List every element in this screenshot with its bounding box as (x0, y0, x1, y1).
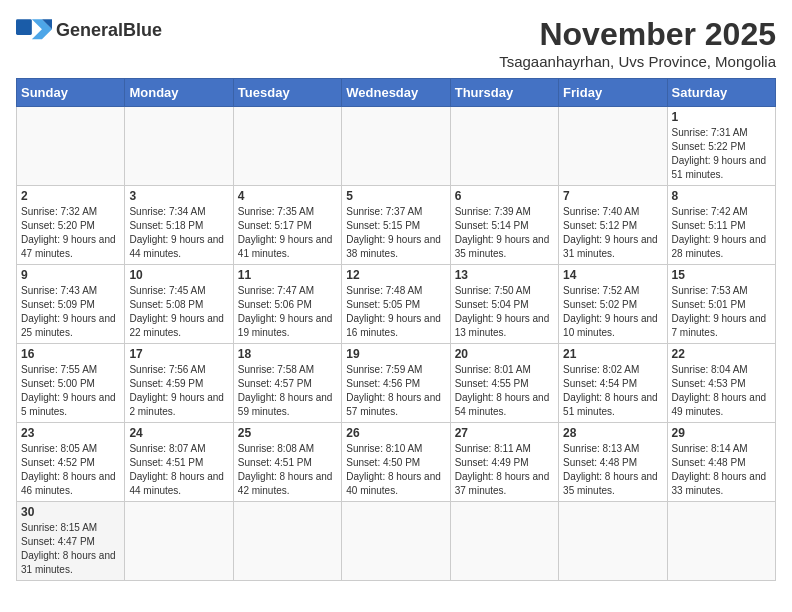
calendar-day-cell (342, 502, 450, 581)
weekday-header-thursday: Thursday (450, 79, 558, 107)
calendar-day-cell: 17Sunrise: 7:56 AM Sunset: 4:59 PM Dayli… (125, 344, 233, 423)
day-info: Sunrise: 7:59 AM Sunset: 4:56 PM Dayligh… (346, 363, 445, 419)
weekday-header-row: SundayMondayTuesdayWednesdayThursdayFrid… (17, 79, 776, 107)
day-number: 8 (672, 189, 771, 203)
calendar-day-cell: 13Sunrise: 7:50 AM Sunset: 5:04 PM Dayli… (450, 265, 558, 344)
calendar-day-cell (667, 502, 775, 581)
title-block: November 2025 Tsagaanhayrhan, Uvs Provin… (499, 16, 776, 70)
day-number: 22 (672, 347, 771, 361)
day-info: Sunrise: 8:15 AM Sunset: 4:47 PM Dayligh… (21, 521, 120, 577)
day-number: 7 (563, 189, 662, 203)
day-number: 1 (672, 110, 771, 124)
day-number: 5 (346, 189, 445, 203)
day-number: 4 (238, 189, 337, 203)
day-info: Sunrise: 7:53 AM Sunset: 5:01 PM Dayligh… (672, 284, 771, 340)
weekday-header-sunday: Sunday (17, 79, 125, 107)
calendar-day-cell: 25Sunrise: 8:08 AM Sunset: 4:51 PM Dayli… (233, 423, 341, 502)
day-info: Sunrise: 7:42 AM Sunset: 5:11 PM Dayligh… (672, 205, 771, 261)
day-number: 21 (563, 347, 662, 361)
day-number: 19 (346, 347, 445, 361)
calendar-week-row: 2Sunrise: 7:32 AM Sunset: 5:20 PM Daylig… (17, 186, 776, 265)
calendar-day-cell: 10Sunrise: 7:45 AM Sunset: 5:08 PM Dayli… (125, 265, 233, 344)
calendar-day-cell: 28Sunrise: 8:13 AM Sunset: 4:48 PM Dayli… (559, 423, 667, 502)
calendar-day-cell: 16Sunrise: 7:55 AM Sunset: 5:00 PM Dayli… (17, 344, 125, 423)
calendar-day-cell (559, 107, 667, 186)
month-title: November 2025 (499, 16, 776, 53)
calendar-day-cell: 1Sunrise: 7:31 AM Sunset: 5:22 PM Daylig… (667, 107, 775, 186)
day-number: 2 (21, 189, 120, 203)
calendar-day-cell: 22Sunrise: 8:04 AM Sunset: 4:53 PM Dayli… (667, 344, 775, 423)
day-number: 26 (346, 426, 445, 440)
day-number: 16 (21, 347, 120, 361)
logo-text: GeneralBlue (56, 20, 162, 41)
day-number: 30 (21, 505, 120, 519)
day-number: 13 (455, 268, 554, 282)
calendar-day-cell: 15Sunrise: 7:53 AM Sunset: 5:01 PM Dayli… (667, 265, 775, 344)
calendar-day-cell: 7Sunrise: 7:40 AM Sunset: 5:12 PM Daylig… (559, 186, 667, 265)
day-number: 15 (672, 268, 771, 282)
weekday-header-monday: Monday (125, 79, 233, 107)
calendar-day-cell: 27Sunrise: 8:11 AM Sunset: 4:49 PM Dayli… (450, 423, 558, 502)
day-number: 23 (21, 426, 120, 440)
calendar-week-row: 16Sunrise: 7:55 AM Sunset: 5:00 PM Dayli… (17, 344, 776, 423)
day-number: 12 (346, 268, 445, 282)
calendar-day-cell: 4Sunrise: 7:35 AM Sunset: 5:17 PM Daylig… (233, 186, 341, 265)
calendar-day-cell: 9Sunrise: 7:43 AM Sunset: 5:09 PM Daylig… (17, 265, 125, 344)
calendar-day-cell: 20Sunrise: 8:01 AM Sunset: 4:55 PM Dayli… (450, 344, 558, 423)
day-number: 24 (129, 426, 228, 440)
calendar-day-cell (450, 502, 558, 581)
calendar-day-cell: 11Sunrise: 7:47 AM Sunset: 5:06 PM Dayli… (233, 265, 341, 344)
header: GeneralBlue November 2025 Tsagaanhayrhan… (16, 16, 776, 70)
calendar-day-cell (233, 502, 341, 581)
day-number: 18 (238, 347, 337, 361)
calendar-week-row: 30Sunrise: 8:15 AM Sunset: 4:47 PM Dayli… (17, 502, 776, 581)
day-info: Sunrise: 7:34 AM Sunset: 5:18 PM Dayligh… (129, 205, 228, 261)
calendar-day-cell (559, 502, 667, 581)
day-info: Sunrise: 7:35 AM Sunset: 5:17 PM Dayligh… (238, 205, 337, 261)
calendar-day-cell: 6Sunrise: 7:39 AM Sunset: 5:14 PM Daylig… (450, 186, 558, 265)
calendar-day-cell (125, 502, 233, 581)
day-number: 28 (563, 426, 662, 440)
calendar-day-cell: 3Sunrise: 7:34 AM Sunset: 5:18 PM Daylig… (125, 186, 233, 265)
svg-rect-0 (16, 19, 32, 35)
day-info: Sunrise: 7:56 AM Sunset: 4:59 PM Dayligh… (129, 363, 228, 419)
calendar-day-cell: 12Sunrise: 7:48 AM Sunset: 5:05 PM Dayli… (342, 265, 450, 344)
calendar-day-cell (342, 107, 450, 186)
day-info: Sunrise: 8:04 AM Sunset: 4:53 PM Dayligh… (672, 363, 771, 419)
day-number: 25 (238, 426, 337, 440)
generalblue-logo-icon (16, 16, 52, 44)
calendar-day-cell: 26Sunrise: 8:10 AM Sunset: 4:50 PM Dayli… (342, 423, 450, 502)
day-info: Sunrise: 7:31 AM Sunset: 5:22 PM Dayligh… (672, 126, 771, 182)
day-number: 17 (129, 347, 228, 361)
weekday-header-saturday: Saturday (667, 79, 775, 107)
day-info: Sunrise: 7:32 AM Sunset: 5:20 PM Dayligh… (21, 205, 120, 261)
day-number: 29 (672, 426, 771, 440)
day-info: Sunrise: 7:52 AM Sunset: 5:02 PM Dayligh… (563, 284, 662, 340)
calendar-week-row: 23Sunrise: 8:05 AM Sunset: 4:52 PM Dayli… (17, 423, 776, 502)
calendar-day-cell: 29Sunrise: 8:14 AM Sunset: 4:48 PM Dayli… (667, 423, 775, 502)
calendar-day-cell: 5Sunrise: 7:37 AM Sunset: 5:15 PM Daylig… (342, 186, 450, 265)
day-info: Sunrise: 7:55 AM Sunset: 5:00 PM Dayligh… (21, 363, 120, 419)
day-info: Sunrise: 7:37 AM Sunset: 5:15 PM Dayligh… (346, 205, 445, 261)
logo: GeneralBlue (16, 16, 162, 44)
day-info: Sunrise: 8:07 AM Sunset: 4:51 PM Dayligh… (129, 442, 228, 498)
day-number: 3 (129, 189, 228, 203)
weekday-header-friday: Friday (559, 79, 667, 107)
day-info: Sunrise: 7:58 AM Sunset: 4:57 PM Dayligh… (238, 363, 337, 419)
calendar-day-cell: 23Sunrise: 8:05 AM Sunset: 4:52 PM Dayli… (17, 423, 125, 502)
calendar-table: SundayMondayTuesdayWednesdayThursdayFrid… (16, 78, 776, 581)
day-info: Sunrise: 8:02 AM Sunset: 4:54 PM Dayligh… (563, 363, 662, 419)
day-info: Sunrise: 7:43 AM Sunset: 5:09 PM Dayligh… (21, 284, 120, 340)
day-info: Sunrise: 8:08 AM Sunset: 4:51 PM Dayligh… (238, 442, 337, 498)
calendar-week-row: 1Sunrise: 7:31 AM Sunset: 5:22 PM Daylig… (17, 107, 776, 186)
calendar-day-cell: 19Sunrise: 7:59 AM Sunset: 4:56 PM Dayli… (342, 344, 450, 423)
day-number: 14 (563, 268, 662, 282)
calendar-day-cell: 21Sunrise: 8:02 AM Sunset: 4:54 PM Dayli… (559, 344, 667, 423)
weekday-header-tuesday: Tuesday (233, 79, 341, 107)
location-subtitle: Tsagaanhayrhan, Uvs Province, Mongolia (499, 53, 776, 70)
day-info: Sunrise: 7:50 AM Sunset: 5:04 PM Dayligh… (455, 284, 554, 340)
calendar-day-cell (17, 107, 125, 186)
day-info: Sunrise: 8:05 AM Sunset: 4:52 PM Dayligh… (21, 442, 120, 498)
calendar-week-row: 9Sunrise: 7:43 AM Sunset: 5:09 PM Daylig… (17, 265, 776, 344)
day-info: Sunrise: 7:48 AM Sunset: 5:05 PM Dayligh… (346, 284, 445, 340)
